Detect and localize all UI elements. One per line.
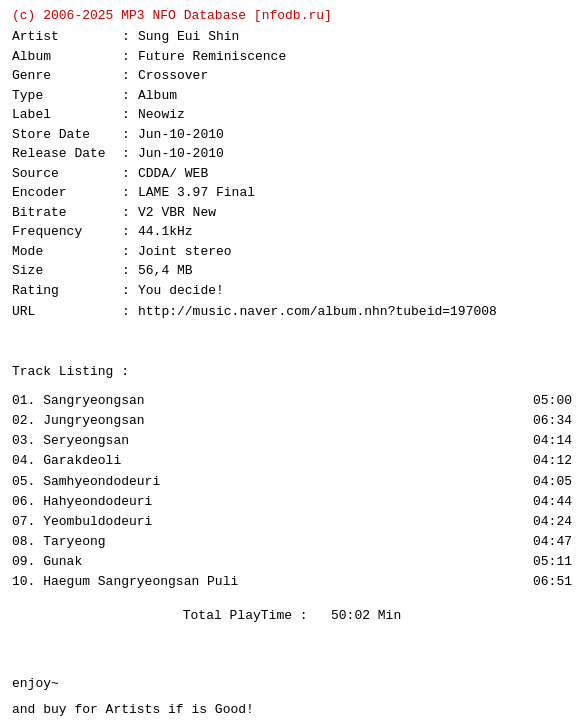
url-value: http://music.naver.com/album.nhn?tubeid=… bbox=[138, 302, 497, 322]
album-label: Album bbox=[12, 47, 122, 67]
track-name: 04. Garakdeoli bbox=[12, 451, 121, 471]
frequency-value: 44.1kHz bbox=[138, 222, 193, 242]
label-label: Label bbox=[12, 105, 122, 125]
track-name: 07. Yeombuldodeuri bbox=[12, 512, 152, 532]
frequency-label: Frequency bbox=[12, 222, 122, 242]
track-time: 04:44 bbox=[533, 492, 572, 512]
meta-release-date: Release Date : Jun-10-2010 bbox=[12, 144, 572, 164]
total-playtime-value: 50:02 Min bbox=[331, 608, 401, 623]
genre-value: Crossover bbox=[138, 66, 208, 86]
meta-label-row: Label : Neowiz bbox=[12, 105, 572, 125]
total-playtime-label: Total PlayTime : bbox=[183, 608, 308, 623]
track-row: 03. Seryeongsan04:14 bbox=[12, 431, 572, 451]
rating-value: You decide! bbox=[138, 281, 224, 301]
track-name: 09. Gunak bbox=[12, 552, 82, 572]
meta-artist: Artist : Sung Eui Shin bbox=[12, 27, 572, 47]
meta-mode: Mode : Joint stereo bbox=[12, 242, 572, 262]
album-value: Future Reminiscence bbox=[138, 47, 286, 67]
track-time: 04:24 bbox=[533, 512, 572, 532]
release-date-label: Release Date bbox=[12, 144, 122, 164]
type-label: Type bbox=[12, 86, 122, 106]
track-time: 04:12 bbox=[533, 451, 572, 471]
track-row: 02. Jungryeongsan06:34 bbox=[12, 411, 572, 431]
mode-label: Mode bbox=[12, 242, 122, 262]
copyright-line: (c) 2006-2025 MP3 NFO Database [nfodb.ru… bbox=[12, 8, 572, 23]
meta-source: Source : CDDA/ WEB bbox=[12, 164, 572, 184]
track-time: 04:47 bbox=[533, 532, 572, 552]
track-name: 01. Sangryeongsan bbox=[12, 391, 145, 411]
track-time: 05:11 bbox=[533, 552, 572, 572]
track-time: 05:00 bbox=[533, 391, 572, 411]
track-time: 04:05 bbox=[533, 472, 572, 492]
artist-label: Artist bbox=[12, 27, 122, 47]
track-listing-title: Track Listing : bbox=[12, 362, 572, 382]
track-row: 04. Garakdeoli04:12 bbox=[12, 451, 572, 471]
enjoy-section: enjoy~ and buy for Artists if is Good! bbox=[12, 671, 572, 720]
bitrate-value: V2 VBR New bbox=[138, 203, 216, 223]
meta-encoder: Encoder : LAME 3.97 Final bbox=[12, 183, 572, 203]
meta-album: Album : Future Reminiscence bbox=[12, 47, 572, 67]
track-time: 04:14 bbox=[533, 431, 572, 451]
track-time: 06:51 bbox=[533, 572, 572, 592]
meta-size: Size : 56,4 MB bbox=[12, 261, 572, 281]
track-time: 06:34 bbox=[533, 411, 572, 431]
size-label: Size bbox=[12, 261, 122, 281]
meta-frequency: Frequency : 44.1kHz bbox=[12, 222, 572, 242]
total-playtime: Total PlayTime : 50:02 Min bbox=[12, 608, 572, 623]
track-list: 01. Sangryeongsan05:0002. Jungryeongsan0… bbox=[12, 391, 572, 592]
track-row: 07. Yeombuldodeuri04:24 bbox=[12, 512, 572, 532]
meta-table: Artist : Sung Eui Shin Album : Future Re… bbox=[12, 27, 572, 322]
source-value: CDDA/ WEB bbox=[138, 164, 208, 184]
label-value: Neowiz bbox=[138, 105, 185, 125]
track-row: 08. Taryeong04:47 bbox=[12, 532, 572, 552]
encoder-label: Encoder bbox=[12, 183, 122, 203]
store-date-value: Jun-10-2010 bbox=[138, 125, 224, 145]
type-value: Album bbox=[138, 86, 177, 106]
rating-label: Rating bbox=[12, 281, 122, 301]
url-label: URL bbox=[12, 302, 122, 322]
track-name: 06. Hahyeondodeuri bbox=[12, 492, 152, 512]
track-row: 01. Sangryeongsan05:00 bbox=[12, 391, 572, 411]
release-date-value: Jun-10-2010 bbox=[138, 144, 224, 164]
store-date-label: Store Date bbox=[12, 125, 122, 145]
meta-rating: Rating : You decide! bbox=[12, 281, 572, 301]
meta-bitrate: Bitrate : V2 VBR New bbox=[12, 203, 572, 223]
track-name: 10. Haegum Sangryeongsan Puli bbox=[12, 572, 238, 592]
header: (c) 2006-2025 MP3 NFO Database [nfodb.ru… bbox=[12, 8, 572, 23]
bitrate-label: Bitrate bbox=[12, 203, 122, 223]
meta-genre: Genre : Crossover bbox=[12, 66, 572, 86]
meta-url: URL : http://music.naver.com/album.nhn?t… bbox=[12, 302, 572, 322]
track-row: 05. Samhyeondodeuri04:05 bbox=[12, 472, 572, 492]
meta-type: Type : Album bbox=[12, 86, 572, 106]
track-row: 10. Haegum Sangryeongsan Puli06:51 bbox=[12, 572, 572, 592]
track-name: 03. Seryeongsan bbox=[12, 431, 129, 451]
mode-value: Joint stereo bbox=[138, 242, 232, 262]
track-name: 02. Jungryeongsan bbox=[12, 411, 145, 431]
track-row: 09. Gunak05:11 bbox=[12, 552, 572, 572]
enjoy-line1: enjoy~ bbox=[12, 671, 572, 697]
size-value: 56,4 MB bbox=[138, 261, 193, 281]
genre-label: Genre bbox=[12, 66, 122, 86]
track-name: 05. Samhyeondodeuri bbox=[12, 472, 160, 492]
track-name: 08. Taryeong bbox=[12, 532, 106, 552]
enjoy-line2: and buy for Artists if is Good! bbox=[12, 697, 572, 720]
meta-store-date: Store Date : Jun-10-2010 bbox=[12, 125, 572, 145]
encoder-value: LAME 3.97 Final bbox=[138, 183, 255, 203]
artist-value: Sung Eui Shin bbox=[138, 27, 239, 47]
track-row: 06. Hahyeondodeuri04:44 bbox=[12, 492, 572, 512]
source-label: Source bbox=[12, 164, 122, 184]
